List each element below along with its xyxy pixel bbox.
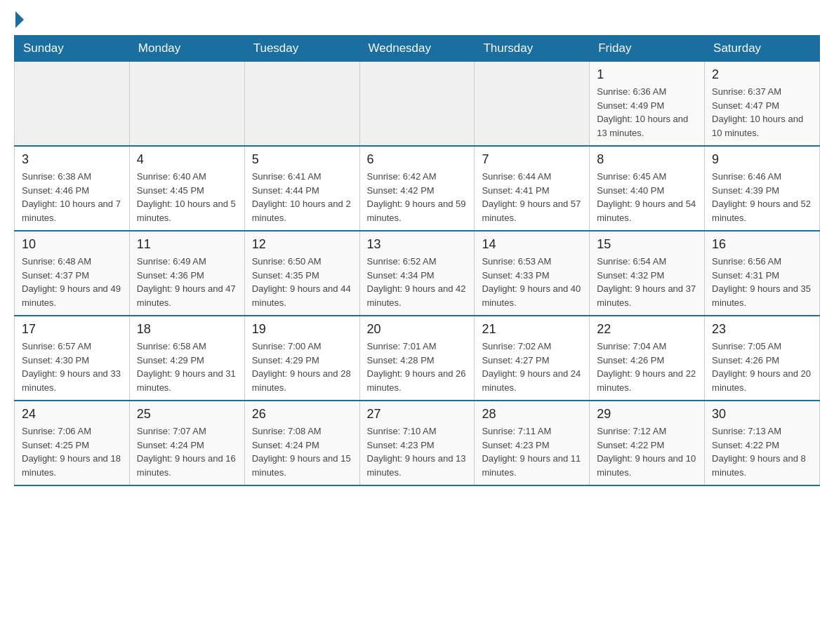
day-info: Sunrise: 6:49 AMSunset: 4:36 PMDaylight:… [137, 255, 237, 309]
calendar-cell: 11Sunrise: 6:49 AMSunset: 4:36 PMDayligh… [129, 231, 244, 316]
day-of-week-header: Tuesday [244, 36, 359, 62]
day-number: 4 [137, 152, 237, 167]
calendar-cell: 29Sunrise: 7:12 AMSunset: 4:22 PMDayligh… [590, 401, 705, 485]
day-number: 20 [367, 322, 468, 337]
day-info: Sunrise: 6:40 AMSunset: 4:45 PMDaylight:… [137, 170, 237, 224]
day-number: 7 [482, 152, 582, 167]
day-info: Sunrise: 7:06 AMSunset: 4:25 PMDaylight:… [22, 424, 122, 479]
day-number: 29 [597, 407, 697, 422]
day-number: 25 [137, 407, 237, 422]
calendar-table: SundayMondayTuesdayWednesdayThursdayFrid… [14, 35, 820, 486]
calendar-cell: 2Sunrise: 6:37 AMSunset: 4:47 PMDaylight… [705, 62, 820, 147]
day-info: Sunrise: 7:04 AMSunset: 4:26 PMDaylight:… [597, 340, 697, 394]
calendar-cell: 5Sunrise: 6:41 AMSunset: 4:44 PMDaylight… [244, 146, 359, 231]
day-number: 22 [597, 322, 697, 337]
calendar-cell: 6Sunrise: 6:42 AMSunset: 4:42 PMDaylight… [359, 146, 475, 231]
calendar-week-row: 17Sunrise: 6:57 AMSunset: 4:30 PMDayligh… [15, 316, 820, 401]
day-number: 23 [712, 322, 812, 337]
calendar-week-row: 3Sunrise: 6:38 AMSunset: 4:46 PMDaylight… [15, 146, 820, 231]
day-number: 3 [22, 152, 122, 167]
calendar-cell: 18Sunrise: 6:58 AMSunset: 4:29 PMDayligh… [129, 316, 244, 401]
calendar-cell: 25Sunrise: 7:07 AMSunset: 4:24 PMDayligh… [129, 401, 244, 485]
calendar-cell: 23Sunrise: 7:05 AMSunset: 4:26 PMDayligh… [705, 316, 820, 401]
logo-arrow-icon [15, 11, 24, 28]
calendar-cell: 22Sunrise: 7:04 AMSunset: 4:26 PMDayligh… [590, 316, 705, 401]
day-number: 14 [482, 237, 582, 252]
day-info: Sunrise: 7:07 AMSunset: 4:24 PMDaylight:… [137, 424, 237, 479]
day-number: 19 [252, 322, 352, 337]
calendar-week-row: 24Sunrise: 7:06 AMSunset: 4:25 PMDayligh… [15, 401, 820, 485]
calendar-cell: 12Sunrise: 6:50 AMSunset: 4:35 PMDayligh… [244, 231, 359, 316]
day-number: 16 [712, 237, 812, 252]
day-number: 26 [252, 407, 352, 422]
day-number: 12 [252, 237, 352, 252]
day-info: Sunrise: 7:08 AMSunset: 4:24 PMDaylight:… [252, 424, 352, 479]
calendar-cell: 24Sunrise: 7:06 AMSunset: 4:25 PMDayligh… [15, 401, 130, 485]
day-number: 27 [367, 407, 468, 422]
day-number: 11 [137, 237, 237, 252]
day-info: Sunrise: 6:41 AMSunset: 4:44 PMDaylight:… [252, 170, 352, 224]
day-info: Sunrise: 7:00 AMSunset: 4:29 PMDaylight:… [252, 340, 352, 394]
day-info: Sunrise: 7:10 AMSunset: 4:23 PMDaylight:… [367, 424, 468, 479]
calendar-cell: 26Sunrise: 7:08 AMSunset: 4:24 PMDayligh… [244, 401, 359, 485]
day-number: 9 [712, 152, 812, 167]
day-info: Sunrise: 6:45 AMSunset: 4:40 PMDaylight:… [597, 170, 697, 224]
calendar-cell: 20Sunrise: 7:01 AMSunset: 4:28 PMDayligh… [359, 316, 475, 401]
day-info: Sunrise: 6:44 AMSunset: 4:41 PMDaylight:… [482, 170, 582, 224]
day-info: Sunrise: 6:42 AMSunset: 4:42 PMDaylight:… [367, 170, 468, 224]
calendar-cell: 30Sunrise: 7:13 AMSunset: 4:22 PMDayligh… [705, 401, 820, 485]
day-info: Sunrise: 6:56 AMSunset: 4:31 PMDaylight:… [712, 255, 812, 309]
day-info: Sunrise: 7:13 AMSunset: 4:22 PMDaylight:… [712, 424, 812, 479]
calendar-cell: 3Sunrise: 6:38 AMSunset: 4:46 PMDaylight… [15, 146, 130, 231]
day-of-week-header: Thursday [475, 36, 590, 62]
day-number: 13 [367, 237, 468, 252]
calendar-cell: 16Sunrise: 6:56 AMSunset: 4:31 PMDayligh… [705, 231, 820, 316]
day-number: 15 [597, 237, 697, 252]
logo [14, 14, 24, 28]
day-of-week-header: Sunday [15, 36, 130, 62]
day-info: Sunrise: 6:37 AMSunset: 4:47 PMDaylight:… [712, 85, 812, 140]
calendar-cell: 17Sunrise: 6:57 AMSunset: 4:30 PMDayligh… [15, 316, 130, 401]
day-info: Sunrise: 6:53 AMSunset: 4:33 PMDaylight:… [482, 255, 582, 309]
calendar-cell: 4Sunrise: 6:40 AMSunset: 4:45 PMDaylight… [129, 146, 244, 231]
day-number: 5 [252, 152, 352, 167]
day-of-week-header: Saturday [705, 36, 820, 62]
calendar-cell: 9Sunrise: 6:46 AMSunset: 4:39 PMDaylight… [705, 146, 820, 231]
calendar-cell: 1Sunrise: 6:36 AMSunset: 4:49 PMDaylight… [590, 62, 705, 147]
day-info: Sunrise: 6:52 AMSunset: 4:34 PMDaylight:… [367, 255, 468, 309]
calendar-cell [475, 62, 590, 147]
day-info: Sunrise: 6:58 AMSunset: 4:29 PMDaylight:… [137, 340, 237, 394]
calendar-cell [359, 62, 475, 147]
calendar-cell: 14Sunrise: 6:53 AMSunset: 4:33 PMDayligh… [475, 231, 590, 316]
day-info: Sunrise: 6:54 AMSunset: 4:32 PMDaylight:… [597, 255, 697, 309]
day-number: 2 [712, 67, 812, 82]
calendar-cell: 27Sunrise: 7:10 AMSunset: 4:23 PMDayligh… [359, 401, 475, 485]
calendar-cell [129, 62, 244, 147]
day-info: Sunrise: 6:46 AMSunset: 4:39 PMDaylight:… [712, 170, 812, 224]
day-number: 28 [482, 407, 582, 422]
day-info: Sunrise: 6:57 AMSunset: 4:30 PMDaylight:… [22, 340, 122, 394]
day-info: Sunrise: 7:01 AMSunset: 4:28 PMDaylight:… [367, 340, 468, 394]
day-number: 8 [597, 152, 697, 167]
day-number: 1 [597, 67, 697, 82]
calendar-cell: 8Sunrise: 6:45 AMSunset: 4:40 PMDaylight… [590, 146, 705, 231]
calendar-header-row: SundayMondayTuesdayWednesdayThursdayFrid… [15, 36, 820, 62]
day-info: Sunrise: 6:48 AMSunset: 4:37 PMDaylight:… [22, 255, 122, 309]
calendar-cell: 10Sunrise: 6:48 AMSunset: 4:37 PMDayligh… [15, 231, 130, 316]
day-number: 24 [22, 407, 122, 422]
page-header [14, 14, 820, 28]
day-info: Sunrise: 7:05 AMSunset: 4:26 PMDaylight:… [712, 340, 812, 394]
calendar-week-row: 10Sunrise: 6:48 AMSunset: 4:37 PMDayligh… [15, 231, 820, 316]
calendar-cell [244, 62, 359, 147]
day-number: 6 [367, 152, 468, 167]
calendar-cell: 21Sunrise: 7:02 AMSunset: 4:27 PMDayligh… [475, 316, 590, 401]
day-number: 10 [22, 237, 122, 252]
day-info: Sunrise: 7:12 AMSunset: 4:22 PMDaylight:… [597, 424, 697, 479]
calendar-cell: 7Sunrise: 6:44 AMSunset: 4:41 PMDaylight… [475, 146, 590, 231]
calendar-cell: 28Sunrise: 7:11 AMSunset: 4:23 PMDayligh… [475, 401, 590, 485]
calendar-cell: 13Sunrise: 6:52 AMSunset: 4:34 PMDayligh… [359, 231, 475, 316]
day-info: Sunrise: 6:38 AMSunset: 4:46 PMDaylight:… [22, 170, 122, 224]
calendar-cell [15, 62, 130, 147]
day-info: Sunrise: 6:50 AMSunset: 4:35 PMDaylight:… [252, 255, 352, 309]
calendar-week-row: 1Sunrise: 6:36 AMSunset: 4:49 PMDaylight… [15, 62, 820, 147]
